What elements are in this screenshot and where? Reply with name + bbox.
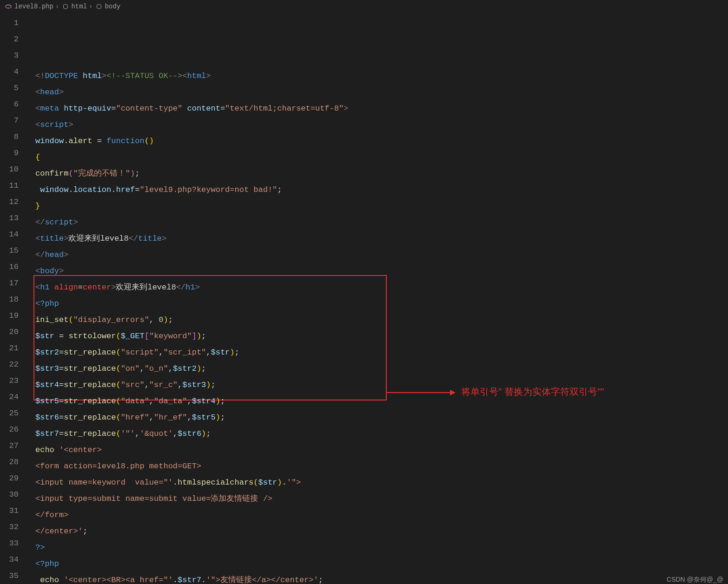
line-number: 34 bbox=[0, 551, 29, 568]
code-line[interactable]: <title>欢迎来到level8</title> bbox=[29, 230, 728, 247]
chevron-icon: › bbox=[55, 3, 59, 10]
code-line[interactable]: <h1 align=center>欢迎来到level8</h1> bbox=[29, 279, 728, 295]
code-line[interactable]: <?php bbox=[29, 295, 728, 312]
line-number: 1 bbox=[0, 15, 29, 31]
line-number: 2 bbox=[0, 31, 29, 47]
code-line[interactable]: <script> bbox=[29, 117, 728, 133]
symbol-icon bbox=[95, 3, 103, 10]
code-line[interactable]: $str4=str_replace("src","sr_c",$str3); bbox=[29, 377, 728, 393]
php-file-icon bbox=[5, 3, 12, 10]
line-number: 11 bbox=[0, 177, 29, 194]
breadcrumb-seg-1[interactable]: body bbox=[105, 3, 120, 10]
code-line[interactable]: $str5=str_replace("data","da_ta",$str4); bbox=[29, 393, 728, 409]
code-line[interactable]: </form> bbox=[29, 507, 728, 523]
line-number: 12 bbox=[0, 194, 29, 210]
line-number: 30 bbox=[0, 486, 29, 503]
line-number: 21 bbox=[0, 340, 29, 356]
line-number: 24 bbox=[0, 389, 29, 405]
line-number: 26 bbox=[0, 421, 29, 438]
code-line[interactable]: window.location.href="level9.php?keyword… bbox=[29, 182, 728, 198]
code-line[interactable]: <body> bbox=[29, 263, 728, 279]
line-number: 27 bbox=[0, 438, 29, 454]
line-number: 31 bbox=[0, 503, 29, 519]
code-line[interactable]: ?> bbox=[29, 539, 728, 556]
line-number: 14 bbox=[0, 226, 29, 243]
code-editor[interactable]: 1234567891011121314151617181920212223242… bbox=[0, 13, 728, 584]
line-number: 28 bbox=[0, 454, 29, 470]
line-number: 7 bbox=[0, 112, 29, 129]
code-line[interactable]: <input name=keyword value="'.htmlspecial… bbox=[29, 474, 728, 491]
line-number: 22 bbox=[0, 356, 29, 373]
breadcrumb-seg-0[interactable]: html bbox=[71, 3, 87, 10]
code-line[interactable]: echo '<center> bbox=[29, 442, 728, 458]
code-line[interactable]: confirm("完成的不错！"); bbox=[29, 165, 728, 182]
line-gutter: 1234567891011121314151617181920212223242… bbox=[0, 13, 29, 584]
code-line[interactable]: <!DOCTYPE html><!--STATUS OK--><html> bbox=[29, 68, 728, 84]
line-number: 13 bbox=[0, 210, 29, 226]
breadcrumb-file[interactable]: level8.php bbox=[14, 3, 53, 10]
line-number: 6 bbox=[0, 96, 29, 112]
line-number: 15 bbox=[0, 243, 29, 259]
line-number: 29 bbox=[0, 470, 29, 486]
code-line[interactable]: $str3=str_replace("on","o_n",$str2); bbox=[29, 361, 728, 377]
line-number: 18 bbox=[0, 291, 29, 308]
code-line[interactable]: <head> bbox=[29, 84, 728, 100]
watermark: CSDN @奈何@_@ bbox=[667, 576, 723, 584]
code-line[interactable]: } bbox=[29, 198, 728, 214]
chevron-icon: › bbox=[89, 3, 93, 10]
code-line[interactable]: $str2=str_replace("script","scr_ipt",$st… bbox=[29, 344, 728, 361]
line-number: 20 bbox=[0, 324, 29, 340]
svg-point-0 bbox=[6, 5, 11, 8]
symbol-icon bbox=[62, 3, 69, 10]
code-line[interactable]: </center>'; bbox=[29, 523, 728, 539]
line-number: 16 bbox=[0, 259, 29, 275]
code-line[interactable]: echo '<center><BR><a href="'.$str7.'">友情… bbox=[29, 572, 728, 584]
code-line[interactable]: { bbox=[29, 149, 728, 165]
line-number: 10 bbox=[0, 161, 29, 177]
line-number: 5 bbox=[0, 80, 29, 96]
line-number: 23 bbox=[0, 373, 29, 389]
line-number: 3 bbox=[0, 47, 29, 64]
code-line[interactable]: ini_set("display_errors", 0); bbox=[29, 312, 728, 328]
code-line[interactable]: $str7=str_replace('"','&quot',$str6); bbox=[29, 426, 728, 442]
line-number: 35 bbox=[0, 568, 29, 584]
code-line[interactable]: </script> bbox=[29, 214, 728, 230]
code-line[interactable]: $str = strtolower($_GET["keyword"]); bbox=[29, 328, 728, 344]
line-number: 17 bbox=[0, 275, 29, 291]
code-line[interactable]: <input type=submit name=submit value=添加友… bbox=[29, 491, 728, 507]
code-line[interactable]: <form action=level8.php method=GET> bbox=[29, 458, 728, 474]
line-number: 4 bbox=[0, 64, 29, 80]
line-number: 33 bbox=[0, 535, 29, 551]
code-line[interactable]: <meta http-equiv="content-type" content=… bbox=[29, 100, 728, 117]
line-number: 32 bbox=[0, 519, 29, 535]
code-line[interactable]: </head> bbox=[29, 247, 728, 263]
code-line[interactable]: $str6=str_replace("href","hr_ef",$str5); bbox=[29, 409, 728, 426]
line-number: 9 bbox=[0, 145, 29, 161]
line-number: 25 bbox=[0, 405, 29, 421]
code-line[interactable]: window.alert = function() bbox=[29, 133, 728, 149]
breadcrumb[interactable]: level8.php › html › body bbox=[0, 0, 728, 13]
line-number: 8 bbox=[0, 129, 29, 145]
code-line[interactable]: <?php bbox=[29, 556, 728, 572]
line-number: 19 bbox=[0, 308, 29, 324]
code-area[interactable]: 将单引号'' 替换为实体字符双引号"" <!DOCTYPE html><!--S… bbox=[29, 13, 728, 584]
